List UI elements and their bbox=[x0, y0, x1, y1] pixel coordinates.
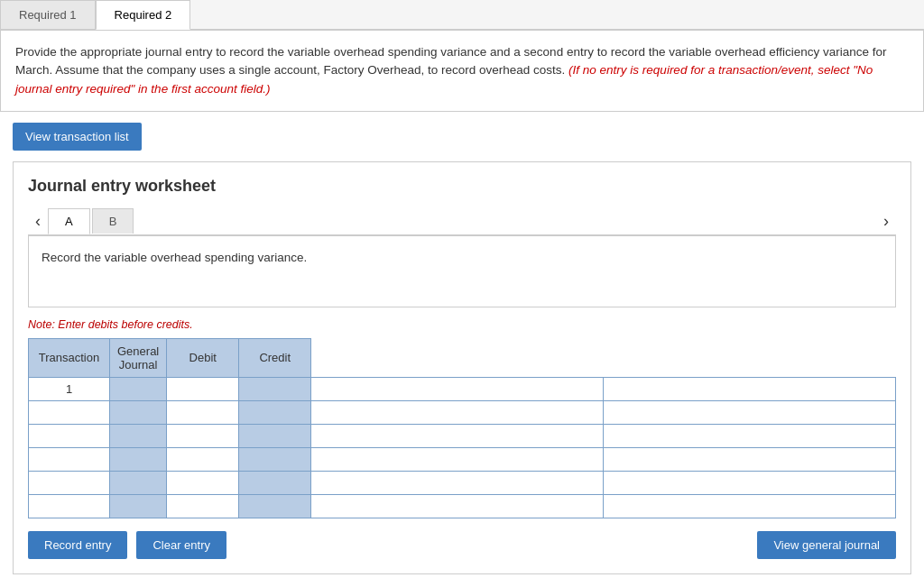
table-row-debit-0[interactable] bbox=[311, 377, 604, 400]
worksheet-tab-a[interactable]: A bbox=[48, 208, 90, 234]
credit-input-1[interactable] bbox=[604, 401, 895, 424]
prev-tab-button[interactable]: ‹ bbox=[28, 208, 48, 234]
row-arrow-left-1 bbox=[110, 400, 167, 424]
table-row-credit-2[interactable] bbox=[604, 424, 896, 447]
view-transaction-list-button[interactable]: View transaction list bbox=[13, 123, 142, 151]
table-row-transaction-1 bbox=[29, 400, 110, 424]
general-journal-input-2[interactable] bbox=[167, 425, 238, 447]
table-row-credit-4[interactable] bbox=[604, 471, 896, 494]
row-arrow-right-4 bbox=[239, 471, 311, 494]
general-journal-input-4[interactable] bbox=[167, 472, 238, 494]
note-text: Note: Enter debits before credits. bbox=[28, 318, 896, 331]
worksheet-title: Journal entry worksheet bbox=[28, 177, 896, 196]
table-row-debit-2[interactable] bbox=[311, 424, 604, 447]
description-text: Record the variable overhead spending va… bbox=[42, 251, 307, 264]
debit-input-1[interactable] bbox=[311, 401, 603, 424]
col-header-debit: Debit bbox=[167, 338, 239, 377]
row-arrow-left-0 bbox=[110, 377, 167, 400]
table-row-general-journal-0[interactable] bbox=[167, 377, 239, 400]
table-row-credit-0[interactable] bbox=[604, 377, 896, 400]
table-row-debit-4[interactable] bbox=[311, 471, 604, 494]
credit-input-4[interactable] bbox=[604, 472, 895, 494]
info-box: Provide the appropriate journal entry to… bbox=[0, 30, 924, 112]
table-row-general-journal-5[interactable] bbox=[167, 494, 239, 518]
tab-required-2[interactable]: Required 2 bbox=[96, 0, 191, 30]
credit-input-3[interactable] bbox=[604, 448, 895, 471]
clear-entry-button[interactable]: Clear entry bbox=[136, 531, 226, 559]
view-general-journal-button[interactable]: View general journal bbox=[757, 531, 896, 559]
table-row-transaction-4 bbox=[29, 471, 110, 494]
table-row-transaction-2 bbox=[29, 424, 110, 447]
credit-input-0[interactable] bbox=[604, 378, 895, 400]
row-arrow-left-4 bbox=[110, 471, 167, 494]
debit-input-5[interactable] bbox=[311, 495, 603, 518]
tab-required-1[interactable]: Required 1 bbox=[0, 0, 96, 29]
record-entry-button[interactable]: Record entry bbox=[28, 531, 127, 559]
row-arrow-right-2 bbox=[239, 424, 311, 447]
table-row-transaction-5 bbox=[29, 494, 110, 518]
next-tab-button[interactable]: › bbox=[876, 208, 896, 234]
general-journal-input-5[interactable] bbox=[167, 495, 238, 518]
general-journal-input-0[interactable] bbox=[167, 378, 238, 400]
table-row-transaction-3 bbox=[29, 447, 110, 471]
table-row-credit-3[interactable] bbox=[604, 447, 896, 471]
table-row-debit-5[interactable] bbox=[311, 494, 604, 518]
debit-input-4[interactable] bbox=[311, 472, 603, 494]
row-arrow-left-2 bbox=[110, 424, 167, 447]
table-row-general-journal-2[interactable] bbox=[167, 424, 239, 447]
debit-input-0[interactable] bbox=[311, 378, 603, 400]
top-tabs: Required 1 Required 2 bbox=[0, 0, 924, 30]
table-row-debit-1[interactable] bbox=[311, 400, 604, 424]
general-journal-input-3[interactable] bbox=[167, 448, 238, 471]
worksheet-tab-b[interactable]: B bbox=[92, 208, 134, 234]
col-header-credit: Credit bbox=[239, 338, 311, 377]
worksheet-container: Journal entry worksheet ‹ A B › Record t… bbox=[13, 161, 911, 574]
table-row-transaction-0: 1 bbox=[29, 377, 110, 400]
description-box: Record the variable overhead spending va… bbox=[28, 235, 896, 307]
worksheet-tabs: ‹ A B › bbox=[28, 208, 896, 235]
bottom-buttons: Record entry Clear entry View general jo… bbox=[28, 531, 896, 559]
debit-input-2[interactable] bbox=[311, 425, 603, 447]
table-row-debit-3[interactable] bbox=[311, 447, 604, 471]
row-arrow-left-5 bbox=[110, 494, 167, 518]
credit-input-5[interactable] bbox=[604, 495, 895, 518]
table-row-credit-5[interactable] bbox=[604, 494, 896, 518]
row-arrow-right-0 bbox=[239, 377, 311, 400]
debit-input-3[interactable] bbox=[311, 448, 603, 471]
credit-input-2[interactable] bbox=[604, 425, 895, 447]
row-arrow-left-3 bbox=[110, 447, 167, 471]
col-header-transaction: Transaction bbox=[29, 338, 110, 377]
table-row-general-journal-1[interactable] bbox=[167, 400, 239, 424]
journal-table: Transaction General Journal Debit Credit… bbox=[28, 338, 896, 518]
general-journal-input-1[interactable] bbox=[167, 401, 238, 424]
table-row-general-journal-3[interactable] bbox=[167, 447, 239, 471]
row-arrow-right-3 bbox=[239, 447, 311, 471]
table-row-general-journal-4[interactable] bbox=[167, 471, 239, 494]
table-row-credit-1[interactable] bbox=[604, 400, 896, 424]
row-arrow-right-1 bbox=[239, 400, 311, 424]
row-arrow-right-5 bbox=[239, 494, 311, 518]
col-header-general-journal: General Journal bbox=[110, 338, 167, 377]
